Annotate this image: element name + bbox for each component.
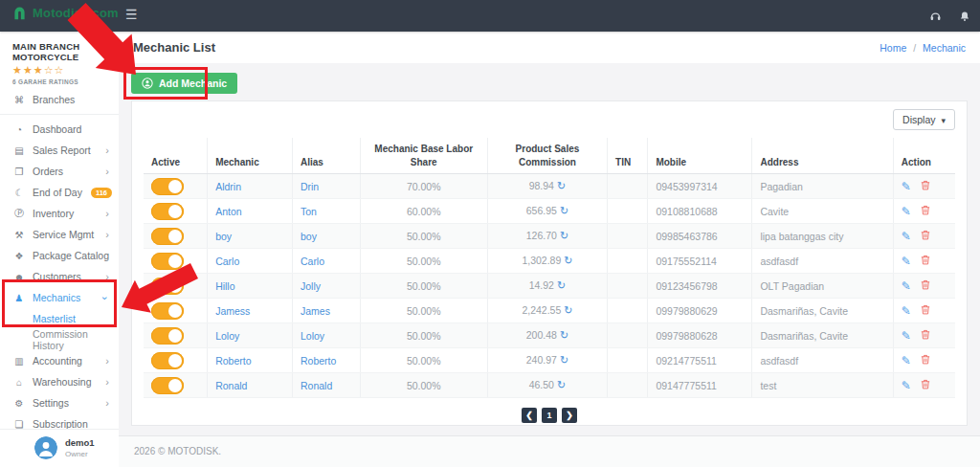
mechanic-alias-link[interactable]: Carlo <box>301 256 324 267</box>
edit-pencil-icon[interactable]: ✎ <box>902 206 911 217</box>
mechanic-alias-link[interactable]: James <box>301 305 330 317</box>
mechanic-alias-link[interactable]: Roberto <box>301 355 336 367</box>
edit-pencil-icon[interactable]: ✎ <box>902 305 911 317</box>
mechanic-name-link[interactable]: Roberto <box>215 355 251 367</box>
sidebar-item-masterlist[interactable]: Masterlist <box>0 308 119 329</box>
breadcrumb-home-link[interactable]: Home <box>880 42 906 54</box>
mechanic-name-link[interactable]: Anton <box>215 206 241 217</box>
chevron-right-icon: › <box>105 167 109 177</box>
mechanic-alias-link[interactable]: Jolly <box>301 280 321 292</box>
edit-pencil-icon[interactable]: ✎ <box>902 231 911 242</box>
refresh-icon[interactable]: ↻ <box>557 180 566 191</box>
end-of-day-icon: ☾ <box>12 188 26 198</box>
sidebar-item-service-mgmt[interactable]: ⚒Service Mgmt› <box>0 224 119 245</box>
sidebar-item-label: Mechanics <box>33 292 80 303</box>
sidebar-item-warehousing[interactable]: ⌂Warehousing› <box>0 371 119 392</box>
edit-pencil-icon[interactable]: ✎ <box>902 355 911 367</box>
refresh-icon[interactable]: ↻ <box>557 379 566 390</box>
pagination-page-1-button[interactable]: 1 <box>542 408 557 423</box>
refresh-icon[interactable]: ↻ <box>564 304 572 316</box>
pagination: ❮ 1 ❯ <box>144 408 955 423</box>
commission-value: 2,242.55 <box>522 304 561 316</box>
user-role: Owner <box>65 450 95 458</box>
refresh-icon[interactable]: ↻ <box>560 230 568 241</box>
active-toggle[interactable] <box>151 178 184 195</box>
delete-trash-icon[interactable] <box>921 230 930 240</box>
support-headset-icon[interactable] <box>929 10 942 22</box>
edit-pencil-icon[interactable]: ✎ <box>902 256 911 267</box>
mechanic-name-link[interactable]: Hillo <box>215 280 234 292</box>
action-cell: ✎ <box>893 323 955 348</box>
refresh-icon[interactable]: ↻ <box>560 329 568 341</box>
edit-pencil-icon[interactable]: ✎ <box>902 380 911 391</box>
mechanic-alias-link[interactable]: Ronald <box>301 380 332 391</box>
delete-trash-icon[interactable] <box>921 304 930 315</box>
sidebar-item-orders[interactable]: ❐Orders› <box>0 161 119 182</box>
add-mechanic-button[interactable]: Add Mechanic <box>131 73 237 94</box>
mechanic-alias-link[interactable]: boy <box>301 231 317 242</box>
sidebar-item-package-catalog[interactable]: ❖Package Catalog <box>0 245 119 266</box>
package-catalog-icon: ❖ <box>12 251 26 261</box>
delete-trash-icon[interactable] <box>921 205 930 215</box>
hamburger-menu-icon[interactable]: ☰ <box>125 7 138 22</box>
mechanic-alias-link[interactable]: Drin <box>301 181 319 192</box>
mechanic-name-link[interactable]: Ronald <box>215 380 247 391</box>
toggle-knob <box>168 205 182 218</box>
active-toggle[interactable] <box>151 278 184 295</box>
tin-cell <box>608 224 648 249</box>
sidebar-item-dashboard[interactable]: ◔Dashboard <box>0 119 119 140</box>
active-toggle[interactable] <box>151 352 184 369</box>
sidebar-item-sales-report[interactable]: ▤Sales Report› <box>0 140 119 161</box>
mechanic-name-link[interactable]: boy <box>215 231 232 242</box>
edit-pencil-icon[interactable]: ✎ <box>902 280 911 292</box>
delete-trash-icon[interactable] <box>921 279 930 290</box>
delete-trash-icon[interactable] <box>921 379 930 389</box>
mechanic-alias-link[interactable]: Loloy <box>301 330 324 342</box>
chevron-right-icon: › <box>105 145 109 156</box>
sidebar-item-settings[interactable]: ⚙Settings› <box>0 392 119 413</box>
pagination-next-button[interactable]: ❯ <box>562 408 577 423</box>
column-header-action: Action <box>893 138 955 174</box>
mechanic-name-link[interactable]: Jamess <box>215 305 250 317</box>
sidebar-item-commission-history[interactable]: Commission History <box>0 329 119 350</box>
refresh-icon[interactable]: ↻ <box>560 354 568 366</box>
mechanic-table-body: Aldrin Drin 70.00% 98.94↻ 09453997314 Pa… <box>144 174 955 398</box>
edit-pencil-icon[interactable]: ✎ <box>902 330 911 342</box>
address-cell: asdfasdf <box>752 249 893 274</box>
mechanic-name-link[interactable]: Carlo <box>215 256 239 267</box>
sidebar-item-end-of-day[interactable]: ☾End of Day116 <box>0 182 119 203</box>
active-toggle[interactable] <box>151 302 184 320</box>
sales-report-icon: ▤ <box>12 145 26 156</box>
commission-value: 126.70 <box>526 230 557 241</box>
active-toggle[interactable] <box>151 327 184 345</box>
delete-trash-icon[interactable] <box>921 255 930 265</box>
delete-trash-icon[interactable] <box>921 180 930 190</box>
sidebar-item-branches[interactable]: ⌘Branches <box>0 89 119 110</box>
mechanic-alias-link[interactable]: Ton <box>301 206 317 217</box>
sidebar-item-mechanics[interactable]: ♟Mechanics› <box>0 287 119 308</box>
active-toggle[interactable] <box>151 228 184 245</box>
brand-logo[interactable]: Motodisk.com <box>11 5 119 21</box>
sidebar-user-card[interactable]: demo1 Owner <box>0 429 119 467</box>
sidebar-item-customers[interactable]: ☻Customers› <box>0 266 119 287</box>
breadcrumb-current-link[interactable]: Mechanic <box>923 42 966 54</box>
active-toggle[interactable] <box>151 203 184 220</box>
sidebar-item-inventory[interactable]: ⓅInventory› <box>0 203 119 224</box>
refresh-icon[interactable]: ↻ <box>560 205 568 216</box>
pagination-prev-button[interactable]: ❮ <box>522 408 537 423</box>
toggle-knob <box>168 279 182 293</box>
branch-name-line2: MOTORCYCLE <box>12 52 113 62</box>
delete-trash-icon[interactable] <box>921 354 930 365</box>
sidebar-item-accounting[interactable]: ▥Accounting› <box>0 350 119 371</box>
mechanic-name-link[interactable]: Aldrin <box>215 181 241 192</box>
delete-trash-icon[interactable] <box>921 329 930 340</box>
display-dropdown-button[interactable]: Display ▾ <box>893 109 955 130</box>
mechanic-name-link[interactable]: Loloy <box>215 330 239 342</box>
refresh-icon[interactable]: ↻ <box>557 279 566 291</box>
active-toggle[interactable] <box>151 253 184 270</box>
active-toggle[interactable] <box>151 377 184 394</box>
action-cell: ✎ <box>893 174 955 199</box>
refresh-icon[interactable]: ↻ <box>564 255 572 266</box>
notifications-bell-icon[interactable] <box>959 11 970 22</box>
edit-pencil-icon[interactable]: ✎ <box>902 181 911 192</box>
